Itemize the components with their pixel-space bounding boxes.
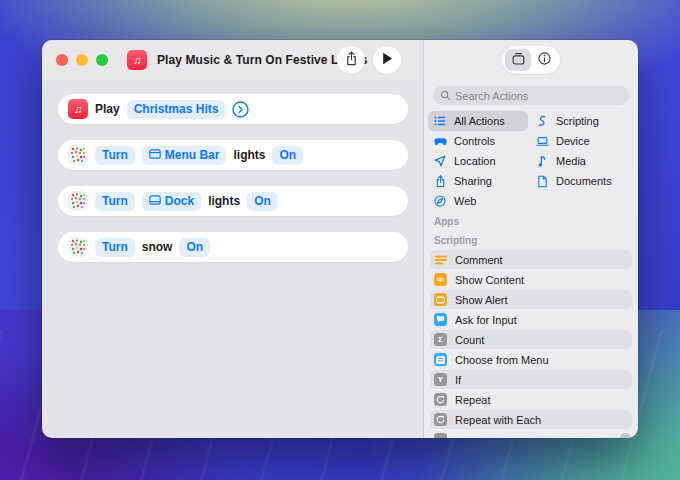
- action-item-show-alert[interactable]: Show Alert: [430, 290, 632, 309]
- action-item-repeat[interactable]: Repeat: [430, 390, 632, 409]
- run-shortcut-button[interactable]: [373, 46, 401, 74]
- shortcut-info-tab[interactable]: [531, 49, 557, 71]
- section-header-apps: Apps: [434, 216, 459, 227]
- clipped-action-icon: [434, 433, 447, 438]
- scripting-curve-icon: [535, 115, 549, 127]
- show-content-icon: [434, 273, 447, 286]
- dock-token[interactable]: Dock: [142, 192, 201, 211]
- show-alert-icon: [434, 293, 447, 306]
- object-label: lights: [208, 194, 240, 208]
- state-token[interactable]: On: [179, 238, 210, 257]
- festive-lights-app-icon: [68, 191, 88, 211]
- document-icon: [535, 175, 549, 188]
- search-icon: [440, 87, 451, 105]
- ask-for-input-icon: [434, 313, 447, 326]
- category-scripting[interactable]: Scripting: [530, 111, 634, 131]
- action-card-menubar-lights[interactable]: Turn Menu Bar lights On: [58, 140, 408, 170]
- music-note-icon: [535, 155, 549, 167]
- verb-token[interactable]: Turn: [95, 146, 135, 165]
- search-actions-field[interactable]: [433, 86, 629, 105]
- shortcut-actions-canvas: ♫ Play Christmas Hits Turn Menu Bar ligh…: [42, 80, 424, 438]
- menu-bar-icon: [149, 146, 161, 165]
- state-token[interactable]: On: [247, 192, 278, 211]
- close-button[interactable]: [56, 54, 68, 66]
- action-card-play-music[interactable]: ♫ Play Christmas Hits: [58, 94, 408, 124]
- editor-pane: ♫ Play Music & Turn On Festive Lights ♫ …: [42, 40, 424, 438]
- minimize-button[interactable]: [76, 54, 88, 66]
- action-item-count[interactable]: Σ Count: [430, 330, 632, 349]
- if-branch-icon: Y: [434, 373, 447, 386]
- location-arrow-icon: [433, 155, 447, 167]
- repeat-with-each-icon: [434, 413, 447, 426]
- category-sharing[interactable]: Sharing: [428, 171, 528, 191]
- festive-lights-app-icon: [68, 237, 88, 257]
- action-card-snow[interactable]: Turn snow On: [58, 232, 408, 262]
- action-library-tab[interactable]: [505, 49, 531, 71]
- count-sigma-icon: Σ: [434, 333, 447, 346]
- apple-music-icon: ♫: [68, 99, 88, 119]
- section-header-scripting: Scripting: [434, 235, 477, 246]
- state-token[interactable]: On: [272, 146, 303, 165]
- object-label: lights: [233, 148, 265, 162]
- share-box-icon: [433, 175, 447, 188]
- desktop-wallpaper: ♫ Play Music & Turn On Festive Lights ♫ …: [0, 0, 680, 480]
- comment-icon: [434, 253, 447, 266]
- share-button[interactable]: [337, 46, 365, 74]
- sidebar-view-toggle: [502, 46, 560, 74]
- category-media[interactable]: Media: [530, 151, 634, 171]
- title-bar: ♫ Play Music & Turn On Festive Lights: [42, 40, 423, 80]
- search-input[interactable]: [455, 90, 615, 102]
- action-verb: Play: [95, 102, 120, 116]
- laptop-icon: [535, 136, 549, 147]
- zoom-button[interactable]: [96, 54, 108, 66]
- dock-icon: [149, 192, 161, 211]
- verb-token[interactable]: Turn: [95, 192, 135, 211]
- share-icon: [345, 51, 358, 69]
- verb-token[interactable]: Turn: [95, 238, 135, 257]
- category-documents[interactable]: Documents: [530, 171, 634, 191]
- shortcut-music-icon: ♫: [127, 50, 147, 70]
- action-card-dock-lights[interactable]: Turn Dock lights On: [58, 186, 408, 216]
- gamepad-icon: [433, 135, 447, 147]
- festive-lights-app-icon: [68, 145, 88, 165]
- category-location[interactable]: Location: [428, 151, 528, 171]
- library-box-icon: [511, 52, 526, 69]
- category-web[interactable]: Web: [428, 191, 528, 211]
- action-item-ask-for-input[interactable]: Ask for Input: [430, 310, 632, 329]
- repeat-loop-icon: [434, 393, 447, 406]
- shortcuts-window: ♫ Play Music & Turn On Festive Lights ♫ …: [42, 40, 638, 438]
- info-icon: [537, 51, 552, 69]
- object-label: snow: [142, 240, 173, 254]
- action-item-if[interactable]: Y If: [430, 370, 632, 389]
- action-item-choose-from-menu[interactable]: Choose from Menu: [430, 350, 632, 369]
- choose-from-menu-icon: [434, 353, 447, 366]
- category-controls[interactable]: Controls: [428, 131, 528, 151]
- category-all-actions[interactable]: All Actions: [428, 111, 528, 131]
- expand-chevron-icon[interactable]: [232, 101, 249, 118]
- compass-icon: [433, 195, 447, 207]
- scrollbar-thumb[interactable]: [620, 433, 631, 438]
- action-item-partial[interactable]: [430, 430, 632, 438]
- action-item-show-content[interactable]: Show Content: [430, 270, 632, 289]
- playlist-token[interactable]: Christmas Hits: [127, 100, 226, 119]
- menubar-token[interactable]: Menu Bar: [142, 146, 227, 165]
- play-icon: [382, 52, 393, 68]
- category-device[interactable]: Device: [530, 131, 634, 151]
- action-item-comment[interactable]: Comment: [430, 250, 632, 269]
- list-bullet-icon: [433, 115, 447, 127]
- action-library-sidebar: All Actions Controls Location Sharing We…: [424, 40, 638, 438]
- action-item-repeat-with-each[interactable]: Repeat with Each: [430, 410, 632, 429]
